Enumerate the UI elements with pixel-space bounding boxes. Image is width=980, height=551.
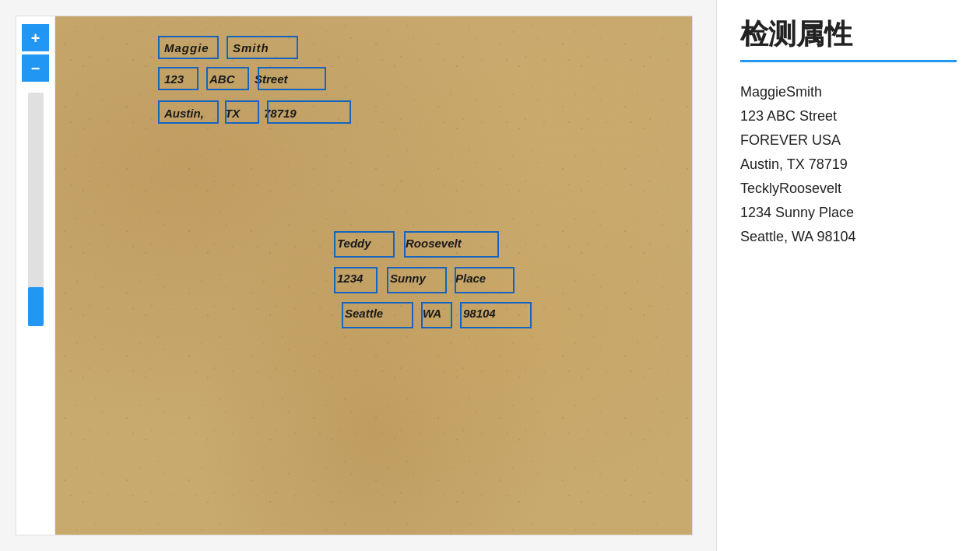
bbox-wa bbox=[421, 302, 452, 328]
bbox-seattle bbox=[342, 302, 413, 328]
right-panel: 检测属性 MaggieSmith 123 ABC Street FOREVER … bbox=[716, 0, 980, 551]
detection-item-6: 1234 Sunny Place bbox=[740, 202, 957, 224]
viewer-container: + − Maggie Smith 123 ABC Street Austin, … bbox=[16, 16, 693, 535]
bbox-98104 bbox=[460, 302, 532, 328]
panel-title-text: 检测属性 bbox=[740, 16, 852, 54]
bbox-austin bbox=[158, 100, 219, 124]
zoom-in-button[interactable]: + bbox=[22, 24, 49, 51]
bbox-1234 bbox=[334, 267, 378, 293]
left-panel: + − Maggie Smith 123 ABC Street Austin, … bbox=[0, 0, 716, 551]
detection-item-2: 123 ABC Street bbox=[740, 105, 957, 128]
bbox-teddy bbox=[334, 231, 395, 258]
bbox-123 bbox=[158, 67, 198, 90]
bbox-roosevelt bbox=[404, 231, 499, 258]
bbox-place bbox=[455, 267, 515, 293]
bbox-sunny bbox=[387, 267, 447, 293]
scrollbar-track[interactable] bbox=[28, 93, 44, 326]
detection-item-4: Austin, TX 78719 bbox=[740, 153, 957, 176]
panel-title: 检测属性 bbox=[740, 16, 957, 54]
detection-item-3: FOREVER USA bbox=[740, 129, 957, 152]
detection-item-5: TecklyRoosevelt bbox=[740, 177, 957, 200]
zoom-out-button[interactable]: − bbox=[22, 54, 49, 82]
bbox-maggie bbox=[158, 36, 219, 59]
image-area: Maggie Smith 123 ABC Street Austin, TX 7… bbox=[55, 16, 692, 535]
bbox-zip1 bbox=[267, 100, 351, 124]
detection-item-1: MaggieSmith bbox=[740, 81, 957, 104]
detection-item-7: Seattle, WA 98104 bbox=[740, 226, 957, 248]
viewer-toolbar: + − bbox=[16, 16, 55, 535]
title-underline bbox=[740, 60, 957, 62]
bbox-smith bbox=[227, 36, 298, 59]
bbox-street bbox=[258, 67, 326, 90]
envelope-background: Maggie Smith 123 ABC Street Austin, TX 7… bbox=[55, 16, 692, 535]
scrollbar-thumb[interactable] bbox=[28, 287, 44, 326]
detection-list: MaggieSmith 123 ABC Street FOREVER USA A… bbox=[740, 81, 957, 248]
bbox-abc bbox=[206, 67, 249, 90]
bbox-tx bbox=[225, 100, 259, 124]
